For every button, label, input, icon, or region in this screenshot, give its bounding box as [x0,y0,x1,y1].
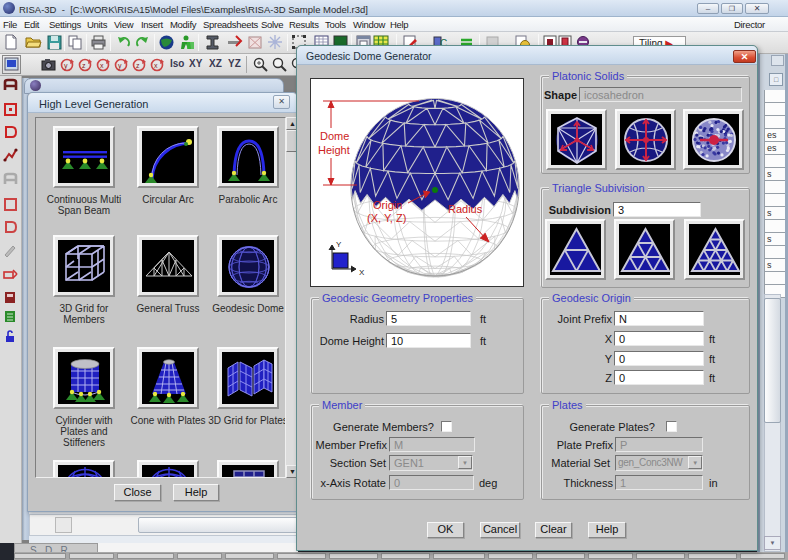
svg-text:Dome: Dome [320,130,349,142]
svg-text:Height: Height [318,144,350,156]
svg-text:y: y [64,62,68,70]
svg-text:z: z [82,62,86,69]
svg-text:X: X [359,268,365,277]
svg-text:z: z [136,62,140,69]
svg-text:(X, Y, Z): (X, Y, Z) [367,212,406,224]
svg-text:y: y [118,62,122,70]
svg-text:Y: Y [336,240,342,249]
svg-text:Origin: Origin [373,199,402,211]
svg-text:x: x [100,62,104,69]
svg-text:x: x [154,62,158,69]
